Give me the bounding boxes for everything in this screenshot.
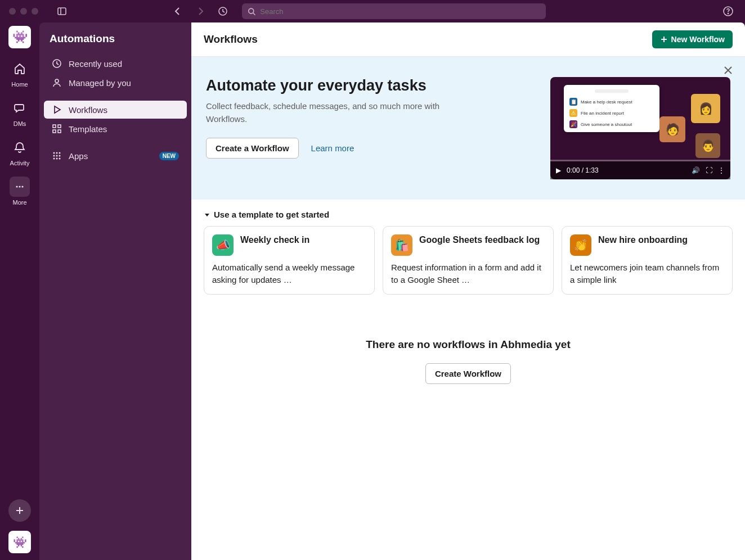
video-menu-icon[interactable]: ⋮: [718, 166, 725, 174]
learn-more-link[interactable]: Learn more: [311, 143, 354, 153]
window-controls: [9, 8, 38, 15]
svg-point-23: [59, 155, 61, 157]
search-bar[interactable]: [242, 3, 546, 19]
clock-icon: [52, 58, 62, 69]
close-window[interactable]: [9, 8, 16, 15]
main-header: Workflows New Workflow: [191, 22, 745, 57]
apps-icon: [52, 151, 62, 161]
new-workflow-label: New Workflow: [671, 35, 725, 44]
main-content: Workflows New Workflow Automate your eve…: [191, 22, 745, 560]
sidebar-item-label: Apps: [69, 151, 88, 161]
close-hero-icon[interactable]: [722, 65, 734, 76]
search-input[interactable]: [260, 7, 540, 16]
svg-line-4: [253, 13, 255, 15]
svg-point-22: [56, 155, 58, 157]
sheets-icon: 🛍️: [391, 234, 412, 256]
svg-point-3: [249, 8, 254, 13]
svg-point-25: [56, 158, 58, 160]
nav-more[interactable]: More: [10, 177, 30, 206]
empty-state: There are no workflows in Abhmedia yet C…: [191, 305, 745, 418]
workspace-icon-bottom[interactable]: 👾: [8, 531, 31, 553]
templates-toggle[interactable]: Use a template to get started: [204, 210, 733, 219]
search-icon: [248, 7, 255, 16]
caret-down-icon: [204, 211, 210, 218]
template-title: New hire onboarding: [598, 234, 688, 246]
sidebar-toggle-icon[interactable]: [54, 3, 70, 19]
svg-point-7: [16, 186, 17, 187]
nav-activity[interactable]: Activity: [10, 137, 30, 166]
svg-point-26: [59, 158, 61, 160]
sidebar-item-workflows[interactable]: Workflows: [44, 101, 187, 119]
plus-icon: [660, 35, 668, 43]
user-icon: [52, 78, 62, 88]
template-title: Google Sheets feedback log: [419, 234, 540, 246]
megaphone-icon: 📣: [212, 234, 234, 256]
svg-rect-16: [53, 130, 56, 133]
hero-video[interactable]: 📋Make a help desk request ⚠File an incid…: [550, 77, 730, 179]
hero-heading: Automate your everyday tasks: [206, 77, 533, 94]
grid-icon: [52, 124, 62, 134]
sidebar-item-recently-used[interactable]: Recently used: [44, 55, 187, 73]
hero-subtext: Collect feedback, schedule messages, and…: [206, 100, 442, 125]
sidebar-item-apps[interactable]: Apps NEW: [44, 147, 187, 165]
template-card-weekly-checkin[interactable]: 📣 Weekly check in Automatically send a w…: [204, 226, 375, 295]
svg-point-8: [19, 186, 20, 187]
svg-point-19: [56, 152, 58, 154]
sidebar-item-label: Recently used: [69, 59, 122, 69]
template-card-onboarding[interactable]: 👏 New hire onboarding Let newcomers join…: [562, 226, 733, 295]
sidebar-title: Automations: [39, 33, 191, 54]
empty-heading: There are no workflows in Abhmedia yet: [191, 338, 745, 351]
page-title: Workflows: [204, 33, 258, 46]
svg-rect-14: [53, 125, 56, 128]
minimize-window[interactable]: [20, 8, 27, 15]
new-badge: NEW: [159, 152, 179, 160]
workspace-switcher[interactable]: 👾: [8, 26, 31, 48]
svg-rect-17: [58, 130, 61, 133]
nav-dms-label: DMs: [14, 120, 26, 127]
svg-rect-15: [58, 125, 61, 128]
new-workflow-button[interactable]: New Workflow: [652, 30, 733, 48]
sidebar-item-managed-by-you[interactable]: Managed by you: [44, 74, 187, 92]
sidebar: Automations Recently used Managed by you…: [39, 22, 191, 560]
create-workflow-empty-button[interactable]: Create Workflow: [425, 363, 511, 384]
nav-home[interactable]: Home: [10, 58, 30, 88]
svg-rect-0: [58, 8, 66, 15]
more-icon: [10, 177, 30, 197]
sidebar-item-label: Workflows: [69, 105, 107, 115]
template-card-sheets-feedback[interactable]: 🛍️ Google Sheets feedback log Request in…: [383, 226, 554, 295]
svg-point-18: [53, 152, 55, 154]
template-desc: Let newcomers join team channels from a …: [570, 261, 724, 286]
hero-banner: Automate your everyday tasks Collect fee…: [191, 57, 745, 200]
video-time: 0:00 / 1:33: [567, 166, 599, 174]
nav-more-label: More: [12, 199, 26, 206]
titlebar: [0, 0, 745, 22]
sidebar-item-label: Templates: [69, 124, 107, 134]
svg-point-6: [728, 13, 728, 13]
svg-point-9: [21, 186, 23, 187]
fullscreen-icon[interactable]: ⛶: [706, 166, 712, 174]
history-icon[interactable]: [215, 3, 231, 19]
nav-dms[interactable]: DMs: [10, 98, 30, 127]
nav-home-label: Home: [11, 81, 28, 88]
video-controls[interactable]: ▶ 0:00 / 1:33 🔊 ⛶ ⋮: [550, 161, 730, 179]
sidebar-item-label: Managed by you: [69, 78, 131, 88]
maximize-window[interactable]: [32, 8, 38, 15]
template-desc: Request information in a form and add it…: [391, 261, 545, 286]
create-workflow-button[interactable]: Create a Workflow: [206, 138, 299, 159]
play-icon[interactable]: ▶: [556, 166, 561, 174]
templates-header-label: Use a template to get started: [214, 210, 329, 219]
home-icon: [10, 58, 30, 79]
dms-icon: [10, 98, 30, 118]
volume-icon[interactable]: 🔊: [692, 166, 700, 174]
forward-icon[interactable]: [192, 3, 208, 19]
back-icon[interactable]: [170, 3, 186, 19]
help-icon[interactable]: [720, 3, 736, 19]
sidebar-item-templates[interactable]: Templates: [44, 120, 187, 138]
nav-activity-label: Activity: [10, 160, 30, 166]
activity-icon: [10, 137, 30, 157]
svg-point-21: [53, 155, 55, 157]
video-preview-card: 📋Make a help desk request ⚠File an incid…: [564, 85, 659, 132]
create-new-button[interactable]: [8, 499, 31, 522]
clap-icon: 👏: [570, 234, 591, 256]
svg-point-24: [53, 158, 55, 160]
